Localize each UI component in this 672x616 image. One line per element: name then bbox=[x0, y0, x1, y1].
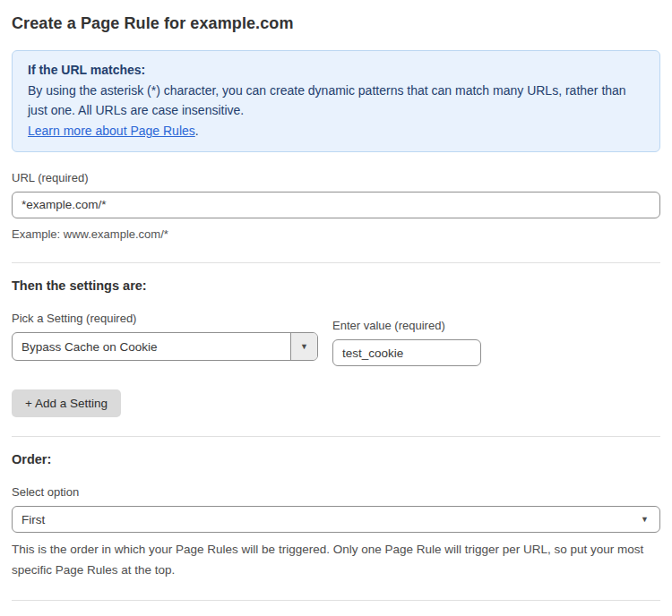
page-title: Create a Page Rule for example.com bbox=[12, 14, 660, 33]
order-select[interactable]: First ▼ bbox=[12, 506, 660, 533]
setting-dropdown-button[interactable]: ▼ bbox=[290, 333, 317, 360]
divider bbox=[12, 600, 660, 601]
setting-value-column: Enter value (required) bbox=[332, 300, 481, 366]
url-label: URL (required) bbox=[12, 171, 660, 184]
order-select-value: First bbox=[22, 513, 45, 526]
info-box-link-line: Learn more about Page Rules. bbox=[28, 121, 644, 141]
settings-section-heading: Then the settings are: bbox=[12, 278, 660, 293]
order-helper-text: This is the order in which your Page Rul… bbox=[12, 540, 660, 581]
divider bbox=[12, 262, 660, 263]
url-helper-text: Example: www.example.com/* bbox=[12, 225, 660, 244]
setting-picker-column: Pick a Setting (required) Bypass Cache o… bbox=[12, 293, 318, 361]
setting-picker-label: Pick a Setting (required) bbox=[12, 312, 318, 325]
link-suffix: . bbox=[195, 124, 199, 138]
setting-value-input[interactable] bbox=[332, 339, 481, 366]
info-box-body: By using the asterisk (*) character, you… bbox=[28, 81, 644, 121]
create-page-rule-form: Create a Page Rule for example.com If th… bbox=[0, 0, 672, 616]
setting-value-label: Enter value (required) bbox=[332, 319, 481, 332]
order-section-heading: Order: bbox=[12, 452, 660, 466]
url-input[interactable] bbox=[12, 192, 660, 218]
add-setting-button[interactable]: + Add a Setting bbox=[12, 389, 121, 417]
chevron-down-icon: ▼ bbox=[641, 516, 649, 524]
url-match-info-box: If the URL matches: By using the asteris… bbox=[12, 50, 660, 152]
divider bbox=[12, 436, 660, 437]
setting-dropdown[interactable]: Bypass Cache on Cookie ▼ bbox=[12, 332, 318, 361]
settings-row: Pick a Setting (required) Bypass Cache o… bbox=[12, 293, 660, 366]
order-select-label: Select option bbox=[12, 485, 660, 499]
info-box-heading: If the URL matches: bbox=[28, 60, 644, 81]
chevron-down-icon: ▼ bbox=[300, 343, 308, 351]
learn-more-link[interactable]: Learn more about Page Rules bbox=[28, 124, 195, 138]
setting-dropdown-value: Bypass Cache on Cookie bbox=[13, 333, 290, 360]
